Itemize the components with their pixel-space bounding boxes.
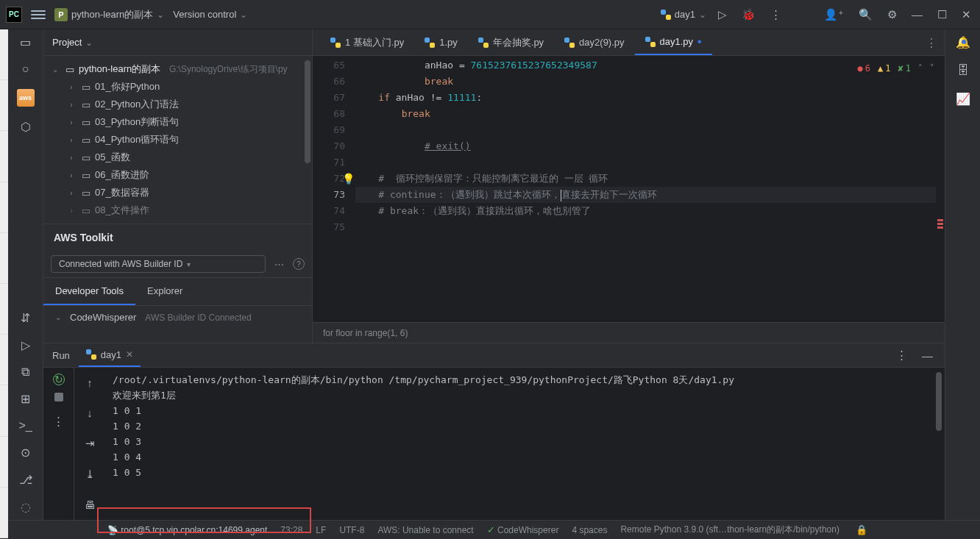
tree-item[interactable]: ›▭01_你好Python (43, 78, 312, 96)
codewhisperer-status[interactable]: ✓ CodeWhisperer (487, 524, 559, 535)
run-settings-icon[interactable]: ⋮ (50, 412, 67, 431)
help-icon[interactable]: ? (293, 258, 305, 270)
developer-tools-tab[interactable]: Developer Tools (43, 278, 135, 305)
intention-bulb-icon[interactable]: 💡 (342, 171, 355, 187)
tree-root[interactable]: ⌄ ▭ python-learn的副本 G:\SynologyDrive\练习项… (43, 60, 312, 78)
run-console[interactable]: /root/.virtualenvs/python-learn的副本/bin/p… (105, 368, 945, 520)
minimize-window-button[interactable]: — (909, 5, 926, 24)
expand-icon[interactable]: › (65, 171, 77, 179)
scroll-down-icon[interactable]: ↓ (84, 404, 96, 422)
scroll-to-end-icon[interactable]: ⤓ (82, 465, 98, 484)
error-stripe[interactable] (936, 56, 945, 232)
explorer-tab[interactable]: Explorer (135, 278, 194, 305)
expand-icon[interactable]: › (65, 83, 77, 91)
soft-wrap-icon[interactable]: ⇥ (82, 434, 98, 453)
tabs-more-icon[interactable]: ⋮ (926, 35, 937, 49)
more-actions-icon[interactable]: ⋮ (767, 5, 784, 24)
project-tool-icon[interactable]: ▭ (18, 35, 33, 49)
stop-button[interactable] (54, 393, 63, 401)
aws-tool-icon[interactable]: aws (17, 89, 35, 107)
services-icon[interactable]: ⊞ (18, 392, 33, 406)
scrollbar-thumb[interactable] (305, 60, 310, 163)
interpreter-status[interactable]: Remote Python 3.9.0 (sft…thon-learn的副本/b… (620, 524, 839, 536)
readonly-lock-icon[interactable]: 🔒 (853, 521, 870, 538)
run-config-selector[interactable]: day1 (661, 9, 706, 20)
print-icon[interactable]: 🖶 (82, 496, 99, 514)
code-editor[interactable]: 6566676869707172737475 💡 ●6 ▲1 ✘1 ˄ ˅ (313, 56, 945, 322)
tree-item[interactable]: ›▭07_数据容器 (43, 184, 312, 201)
project-tree[interactable]: ⌄ ▭ python-learn的副本 G:\SynologyDrive\练习项… (43, 56, 312, 224)
tree-item[interactable]: ›▭08_文件操作 (43, 201, 312, 219)
aws-toolkit-header[interactable]: AWS Toolkit (43, 224, 312, 251)
tab-label: day1.py (660, 36, 694, 47)
close-icon[interactable]: ✕ (126, 349, 133, 360)
rerun-button[interactable]: ↻ (53, 374, 65, 385)
project-tool-header[interactable]: Project (43, 29, 312, 56)
scrollbar-thumb[interactable] (936, 372, 942, 431)
python-console-icon[interactable]: ⧉ (18, 365, 33, 379)
editor-breadcrumb[interactable]: for floor in range(1, 6) (313, 322, 945, 343)
vcs-log-icon[interactable]: ⎇ (18, 473, 33, 487)
tree-item[interactable]: ›▭05_函数 (43, 149, 312, 166)
expand-icon[interactable]: › (65, 118, 77, 126)
remote-host-status[interactable]: 📡 root@5.tcp.vip.cpolar.cn:14699 agent (107, 525, 267, 535)
problems-icon[interactable]: ⊙ (18, 446, 33, 460)
expand-icon[interactable]: › (65, 154, 77, 162)
tree-item[interactable]: ›▭03_Python判断语句 (43, 113, 312, 131)
expand-icon[interactable]: › (65, 189, 77, 197)
run-tool-icon[interactable]: ▷ (18, 338, 33, 352)
cursor-position[interactable]: 73:28 (280, 525, 302, 535)
code-with-me-icon[interactable]: 👤⁺ (821, 5, 847, 24)
code-content[interactable]: 💡 ●6 ▲1 ✘1 ˄ ˅ anHao = 76152376152376523… (355, 56, 945, 322)
close-window-button[interactable]: ✕ (959, 5, 974, 24)
file-encoding[interactable]: UTF-8 (339, 525, 364, 535)
tree-item[interactable]: ›▭02_Python入门语法 (43, 96, 312, 113)
expand-icon[interactable]: › (65, 136, 77, 144)
aws-status[interactable]: AWS: Unable to connect (377, 525, 473, 535)
scroll-up-icon[interactable]: ↑ (84, 374, 96, 392)
expand-icon[interactable]: › (65, 207, 77, 215)
run-tab[interactable]: day1 ✕ (79, 343, 141, 367)
settings-icon[interactable]: ⚙ (884, 5, 900, 24)
project-selector[interactable]: P python-learn的副本 (54, 8, 164, 21)
database-icon[interactable]: 🗄 (956, 64, 970, 77)
editor-tab[interactable]: 1.py (414, 29, 468, 55)
tree-item[interactable]: ›▭04_Python循环语句 (43, 131, 312, 149)
hamburger-menu-icon[interactable] (31, 10, 46, 19)
sciview-icon[interactable]: 📈 (956, 92, 970, 106)
indent-status[interactable]: 4 spaces (572, 525, 607, 535)
pull-requests-icon[interactable]: ⇵ (18, 311, 33, 325)
vcs-menu[interactable]: Version control (173, 9, 247, 20)
aws-more-icon[interactable]: ⋯ (270, 259, 288, 270)
editor-tab[interactable]: 年会抽奖.py (468, 29, 554, 55)
search-icon[interactable]: 🔍 (856, 5, 876, 24)
expand-icon[interactable]: ⌄ (49, 65, 61, 74)
hide-tool-icon[interactable]: — (919, 346, 936, 365)
terminal-icon[interactable]: >_ (18, 419, 33, 432)
codewhisperer-status: AWS Builder ID Connected (145, 313, 251, 323)
run-more-icon[interactable]: ⋮ (893, 346, 910, 365)
editor-tab[interactable]: day2(9).py (554, 29, 634, 55)
run-button[interactable]: ▷ (715, 5, 730, 24)
expand-icon[interactable]: ⌄ (55, 313, 61, 321)
inspection-widget[interactable]: ●6 ▲1 ✘1 ˄ ˅ (858, 60, 934, 76)
maximize-window-button[interactable]: ☐ (934, 5, 950, 24)
warning-icon: ▲ (878, 60, 883, 76)
error-icon: ● (858, 60, 863, 76)
editor-tab-active[interactable]: day1.py• (635, 29, 712, 55)
line-separator[interactable]: LF (316, 525, 326, 535)
next-highlight-icon[interactable]: ˅ (930, 60, 934, 76)
tab-label: 年会抽奖.py (493, 36, 544, 49)
commit-tool-icon[interactable]: ○ (18, 63, 33, 76)
expand-icon[interactable]: › (65, 101, 77, 109)
code-token: break (402, 108, 430, 119)
debug-button[interactable]: 🐞 (739, 5, 759, 24)
codewhisperer-row[interactable]: ⌄ CodeWhisperer AWS Builder ID Connected (43, 305, 312, 329)
code-token: # 循环控制保留字：只能控制离它最近的 一层 循环 (378, 173, 608, 184)
prev-highlight-icon[interactable]: ˄ (918, 60, 923, 76)
python-file-icon (661, 10, 671, 20)
tree-item[interactable]: ›▭06_函数进阶 (43, 166, 312, 184)
structure-tool-icon[interactable]: ⬡ (18, 120, 33, 134)
aws-connection-selector[interactable]: Connected with AWS Builder ID ▾ (51, 255, 266, 273)
editor-tab[interactable]: 1 基础入门.py (320, 29, 414, 55)
